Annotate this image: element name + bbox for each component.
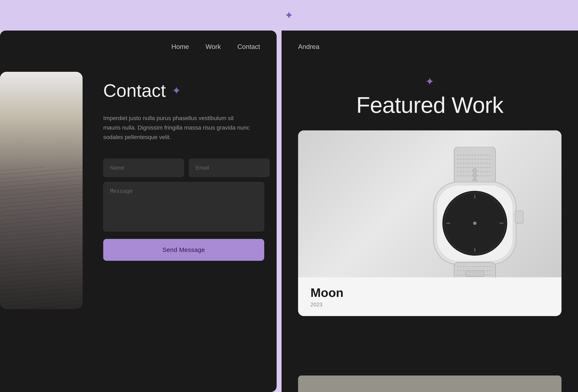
contact-form: Send Message (103, 159, 264, 261)
bottom-strip (298, 376, 562, 392)
top-bar: ✦ (0, 0, 578, 31)
featured-star-icon: ✦ (282, 75, 578, 88)
left-nav: Home Work Contact (0, 31, 277, 50)
send-message-button[interactable]: Send Message (103, 239, 264, 261)
right-nav: Andrea (282, 31, 578, 50)
andrea-logo: Andrea (298, 43, 319, 50)
featured-title: Featured Work (282, 92, 578, 118)
featured-section: ✦ Featured Work (282, 50, 578, 118)
nav-contact-link[interactable]: Contact (237, 43, 260, 50)
nav-home-link[interactable]: Home (171, 43, 189, 50)
email-input[interactable] (189, 159, 270, 177)
svg-point-8 (473, 173, 477, 177)
contact-star-icon: ✦ (172, 84, 181, 97)
svg-rect-12 (515, 211, 523, 223)
message-textarea[interactable] (103, 182, 264, 231)
name-input[interactable] (103, 159, 184, 177)
contact-description: Imperdiet justo nulla purus phasellus ve… (103, 113, 252, 142)
watch-name: Moon (310, 286, 549, 300)
nav-work-link[interactable]: Work (206, 43, 221, 50)
dunes-visual (0, 72, 83, 309)
form-name-email-row (103, 159, 264, 177)
watch-label: Moon 2023 (298, 277, 562, 316)
main-panels: Home Work Contact Contact ✦ Imperdiet ju… (0, 31, 578, 392)
right-panel: Andrea ✦ Featured Work (282, 31, 578, 392)
left-panel: Home Work Contact Contact ✦ Imperdiet ju… (0, 31, 277, 392)
svg-point-19 (473, 221, 477, 225)
watch-year: 2023 (310, 302, 549, 308)
watch-card[interactable]: Moon 2023 (298, 131, 562, 316)
dunes-image (0, 72, 83, 309)
svg-point-9 (473, 169, 477, 173)
contact-title-text: Contact (103, 80, 166, 101)
contact-title: Contact ✦ (103, 80, 264, 101)
watch-visual-icon (405, 147, 545, 300)
top-star-icon: ✦ (285, 9, 293, 21)
svg-rect-27 (466, 271, 484, 276)
contact-section: Contact ✦ Imperdiet justo nulla purus ph… (103, 80, 264, 261)
